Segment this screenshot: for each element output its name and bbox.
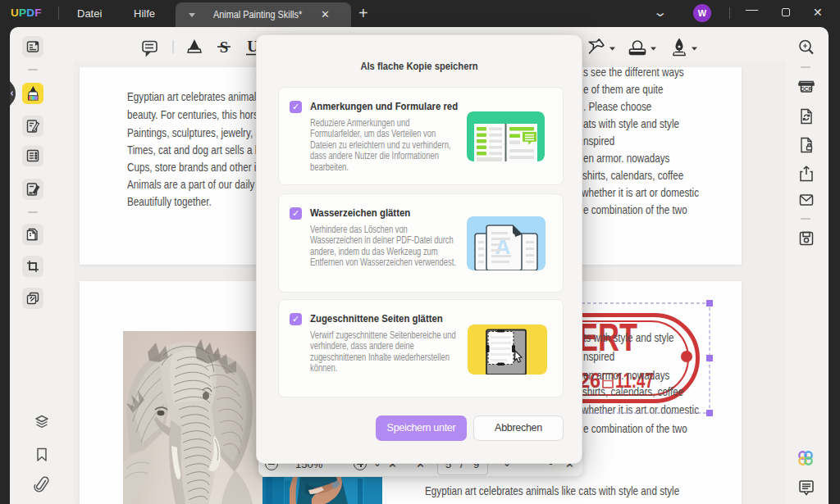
svg-text:OCR: OCR — [801, 86, 813, 92]
